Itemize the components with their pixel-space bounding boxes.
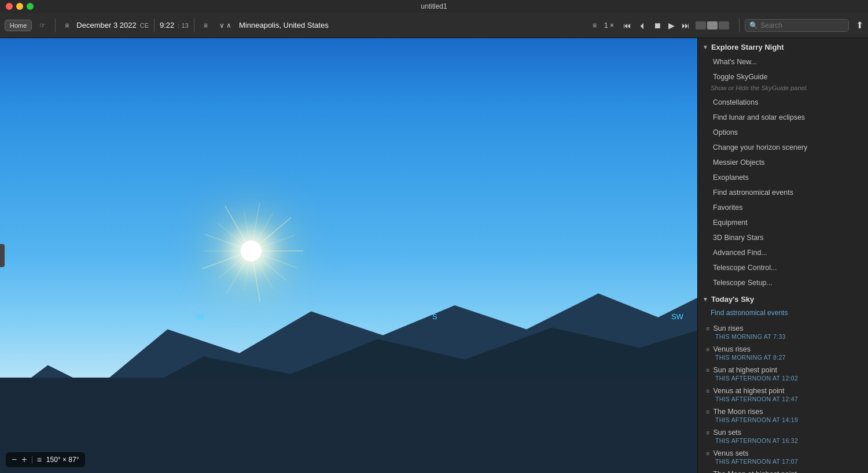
view-mode-3[interactable]: [719, 21, 729, 29]
todays-sky-section-title: Today's Sky: [711, 295, 754, 304]
skip-end-button[interactable]: ⏭: [679, 20, 692, 31]
speed-display: 1 ×: [604, 21, 614, 29]
explore-section-header[interactable]: ▼ Explore Starry Night: [698, 38, 868, 54]
time-seconds: : 13: [178, 22, 188, 29]
stop-button[interactable]: ⏹: [651, 20, 664, 31]
event-name: Sun at highest point: [713, 366, 777, 374]
zoom-controls: − + ≡ 150° × 87°: [6, 452, 85, 467]
window-title: untitled1: [421, 2, 447, 10]
settings-menu-button[interactable]: ≡: [589, 20, 601, 31]
menu-item-astro-events[interactable]: Find astronomical events: [700, 186, 866, 199]
search-icon: 🔍: [749, 21, 758, 29]
minimize-button[interactable]: [16, 3, 23, 10]
menu-item-exoplanets[interactable]: Exoplanets: [700, 171, 866, 184]
menu-button-1[interactable]: ≡: [61, 20, 73, 31]
time-display[interactable]: 9:22: [160, 21, 174, 29]
main-area: SE S SW − + ≡ 150° × 87° ▼ Explore Starr…: [0, 38, 868, 473]
event-name: Venus sets: [713, 449, 748, 457]
view-mode-2[interactable]: [707, 21, 718, 29]
sky-view[interactable]: SE S SW − + ≡ 150° × 87°: [0, 38, 697, 473]
menu-item-equipment[interactable]: Equipment: [700, 216, 866, 230]
toolbar: Home ☞ ≡ December 3 2022 CE 9:22 : 13 ≡ …: [0, 13, 868, 38]
date-display[interactable]: December 3 2022: [76, 21, 136, 29]
menu-item-horizon-scenery[interactable]: Change your horizon scenery: [700, 141, 866, 154]
view-mode-1[interactable]: [696, 21, 706, 29]
home-button[interactable]: Home: [5, 20, 32, 31]
event-name: The Moon rises: [713, 408, 763, 416]
play-button[interactable]: ▶: [666, 20, 677, 31]
explore-section-title: Explore Starry Night: [711, 43, 784, 51]
sun-core: [241, 241, 262, 261]
skip-start-button[interactable]: ⏮: [621, 20, 634, 31]
sky-event-item[interactable]: ≡ The Moon at highest point Tonight at 2…: [700, 468, 866, 473]
title-bar: untitled1: [0, 0, 868, 13]
close-button[interactable]: [6, 3, 13, 10]
menu-item-3d-binary[interactable]: 3D Binary Stars: [700, 231, 866, 245]
menu-item-advanced-find[interactable]: Advanced Find...: [700, 246, 866, 260]
sky-event-item[interactable]: ≡ Sun rises This morning at 7:33: [700, 322, 866, 342]
search-input[interactable]: [760, 21, 836, 29]
event-list-icon: ≡: [706, 367, 709, 374]
menu-item-toggle-skyguide[interactable]: Toggle SkyGuide: [700, 70, 866, 84]
menu-item-telescope-setup[interactable]: Telescope Setup...: [700, 276, 866, 290]
event-list-icon: ≡: [706, 346, 709, 353]
right-panel: ▼ Explore Starry Night What's New... Tog…: [697, 38, 868, 473]
toolbar-separator-1: [55, 19, 56, 32]
menu-button-2[interactable]: ≡: [200, 20, 212, 31]
event-time: This afternoon at 14:19: [706, 416, 860, 423]
event-time: This afternoon at 16:32: [706, 437, 860, 444]
traffic-lights: [6, 3, 34, 10]
event-name: Venus at highest point: [713, 387, 784, 395]
event-list-icon: ≡: [706, 450, 709, 457]
sky-event-item[interactable]: ≡ Sun at highest point This afternoon at…: [700, 364, 866, 384]
toolbar-separator-3: [194, 19, 194, 32]
maximize-button[interactable]: [27, 3, 34, 10]
todays-sky-section-header[interactable]: ▼ Today's Sky: [698, 290, 868, 306]
event-time: This afternoon at 12:47: [706, 396, 860, 402]
menu-item-whats-new[interactable]: What's New...: [700, 55, 866, 69]
zoom-menu-button[interactable]: ≡: [37, 455, 42, 464]
sky-event-item[interactable]: ≡ The Moon rises This afternoon at 14:19: [700, 405, 866, 426]
sky-events-list: ≡ Sun rises This morning at 7:33 ≡ Venus…: [698, 322, 868, 473]
mountain-front: [0, 378, 697, 473]
compass-sw: SW: [671, 312, 683, 321]
menu-item-messier[interactable]: Messier Objects: [700, 156, 866, 169]
menu-item-skyguide-subtitle: Show or Hide the SkyGuide panel.: [698, 84, 868, 95]
zoom-separator: [32, 456, 32, 464]
sky-event-item[interactable]: ≡ Venus sets This afternoon at 17:07: [700, 447, 866, 467]
find-events-link[interactable]: Find astronomical events: [698, 306, 868, 322]
menu-item-eclipses[interactable]: Find lunar and solar eclipses: [700, 110, 866, 124]
menu-item-options[interactable]: Options: [700, 125, 866, 139]
event-name: Venus rises: [713, 345, 751, 353]
step-back-button[interactable]: ⏴: [636, 20, 649, 31]
up-down-button[interactable]: ∨ ∧: [215, 20, 236, 31]
sun: [241, 241, 262, 261]
event-time: This morning at 8:27: [706, 354, 860, 361]
menu-item-constellations[interactable]: Constellations: [700, 95, 866, 109]
sky-event-item[interactable]: ≡ Sun sets This afternoon at 16:32: [700, 426, 866, 446]
sky-event-item[interactable]: ≡ Venus at highest point This afternoon …: [700, 385, 866, 405]
event-name: The Moon at highest point: [713, 470, 797, 473]
event-list-icon: ≡: [706, 471, 709, 473]
location-display[interactable]: Minneapolis, United States: [239, 21, 329, 29]
toolbar-separator-4: [739, 19, 740, 32]
zoom-in-button[interactable]: +: [21, 454, 27, 465]
event-list-icon: ≡: [706, 408, 709, 415]
hand-tool-button[interactable]: ☞: [35, 20, 50, 31]
mountain-layers: [0, 234, 697, 473]
left-panel-handle[interactable]: [0, 244, 5, 267]
event-time: This afternoon at 17:07: [706, 458, 860, 465]
share-button[interactable]: ⬆: [856, 20, 863, 31]
event-name: Sun sets: [713, 428, 741, 437]
explore-chevron-icon: ▼: [703, 44, 708, 50]
menu-item-favorites[interactable]: Favorites: [700, 201, 866, 215]
zoom-out-button[interactable]: −: [12, 454, 17, 465]
todays-sky-chevron-icon: ▼: [703, 296, 708, 302]
sky-canvas: SE S SW − + ≡ 150° × 87°: [0, 38, 697, 473]
toolbar-separator-2: [154, 19, 155, 32]
era-display: CE: [140, 22, 149, 29]
event-time: This morning at 7:33: [706, 333, 860, 340]
sky-event-item[interactable]: ≡ Venus rises This morning at 8:27: [700, 343, 866, 363]
compass-se: SE: [195, 312, 205, 321]
menu-item-telescope-control[interactable]: Telescope Control...: [700, 261, 866, 275]
